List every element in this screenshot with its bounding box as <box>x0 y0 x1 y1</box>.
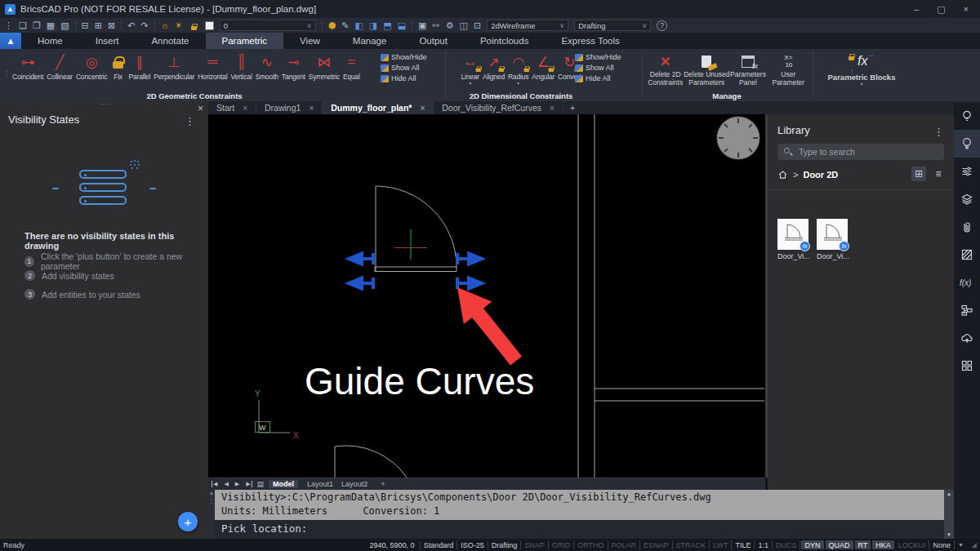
status-toggle-ducs[interactable]: DUCS <box>773 540 801 549</box>
ribbon-tab-parametric[interactable]: Parametric <box>206 33 284 49</box>
layers-icon[interactable] <box>954 185 980 213</box>
document-tab-dummy-floor-plan[interactable]: Dummy_floor_plan*× <box>323 101 434 114</box>
tool-user-parameter[interactable]: X= 10UserParameter <box>768 51 808 87</box>
dropdown-caret-icon[interactable]: ▾ <box>517 81 519 86</box>
status-toggle-quad[interactable]: QUAD <box>826 540 853 549</box>
status-toggle-esnap[interactable]: ESNAP <box>640 540 673 549</box>
erase-icon[interactable]: ✏ <box>432 19 439 32</box>
scroll-down-icon[interactable]: ▼ <box>947 532 951 537</box>
tool-show-hide[interactable]: Show/Hide <box>575 53 637 61</box>
status-toggle-rt[interactable]: RT <box>855 540 871 549</box>
tool-delete-unused-parameters[interactable]: Delete UnusedParameters <box>685 51 728 87</box>
hatches-icon[interactable] <box>954 241 980 269</box>
prev-layout-icon[interactable]: ◀ <box>223 481 229 487</box>
tool-concentric[interactable]: ◎Concentric <box>75 51 109 81</box>
panel-menu-icon[interactable]: ⋮ <box>185 115 195 127</box>
command-close-icon[interactable]: × <box>208 490 215 497</box>
tips-bulb-icon[interactable] <box>954 102 980 130</box>
array-entities-icon[interactable]: ⬓ <box>398 19 406 32</box>
undo-icon[interactable]: ↶ <box>127 19 135 32</box>
status-toggle-drafting[interactable]: Drafting <box>488 540 522 549</box>
redo-icon[interactable]: ↷ <box>140 19 148 32</box>
ribbon-tab-express-tools[interactable]: Express Tools <box>545 33 635 49</box>
color-swatch[interactable] <box>205 21 214 30</box>
ribbon-tab-home[interactable]: Home <box>21 33 79 49</box>
open-file-icon[interactable]: ❐ <box>33 19 41 32</box>
tool-show-hide[interactable]: Show/Hide <box>381 53 443 61</box>
layout-list-icon[interactable]: ▤ <box>257 480 265 488</box>
copy-entities-icon[interactable]: ◨ <box>369 19 377 32</box>
tool-vertical[interactable]: ║Vertical <box>229 51 252 81</box>
tool-horizontal[interactable]: ═Horizontal <box>197 51 228 81</box>
move-entities-icon[interactable]: ⬒ <box>383 19 391 32</box>
library-item-1[interactable]: fxDoor_Vi... <box>777 219 810 260</box>
tool-symmetric[interactable]: ⋈Symmetric <box>308 51 341 81</box>
add-parameter-button[interactable]: + <box>178 512 198 531</box>
tab-layout1[interactable]: Layout1 <box>303 480 337 488</box>
publish-icon[interactable]: ⊠ <box>108 19 115 32</box>
match-properties-icon[interactable]: ✎ <box>341 19 349 32</box>
toolbar-grip-icon[interactable]: ⋮ <box>4 19 13 32</box>
tab-close-icon[interactable]: × <box>309 104 314 113</box>
status-toggle-grid[interactable]: GRID <box>549 540 575 549</box>
settings-gear-icon[interactable]: ⚙ <box>446 19 454 32</box>
tool-smooth[interactable]: ∿Smooth <box>255 51 279 81</box>
status-toggle-hka[interactable]: HKA <box>872 540 894 549</box>
command-scrollbar[interactable]: ▲ ▼ <box>944 490 954 539</box>
status-toggle-1-1[interactable]: 1:1 <box>755 540 773 549</box>
properties-sliders-icon[interactable] <box>954 158 980 185</box>
status-toggle-standard[interactable]: Standard <box>421 540 458 549</box>
library-balloon-icon[interactable] <box>954 130 980 158</box>
status-toggle-iso-25[interactable]: ISO-25 <box>457 540 488 549</box>
tab-close-icon[interactable]: × <box>243 104 247 113</box>
save-icon[interactable]: ▦ <box>47 19 55 32</box>
new-file-icon[interactable]: ❏ <box>19 19 27 32</box>
tool-coincident[interactable]: ⊶Coincident <box>11 51 44 81</box>
status-toggle-polar[interactable]: POLAR <box>608 540 641 549</box>
tool-fix[interactable]: Fix <box>110 51 127 81</box>
preview-icon[interactable]: ⊞ <box>95 19 102 32</box>
search-input[interactable] <box>777 144 944 160</box>
paint-bucket-icon[interactable]: ⬢ <box>328 19 336 32</box>
add-layout-button[interactable]: + <box>376 480 389 488</box>
bricscad-app-button[interactable]: ▲ <box>0 33 21 49</box>
structure-panel-icon[interactable]: ◫ <box>460 19 468 32</box>
ribbon-tab-pointclouds[interactable]: Pointclouds <box>464 33 545 49</box>
tool-equal[interactable]: =Equal <box>342 51 361 81</box>
scroll-up-icon[interactable]: ▲ <box>947 491 951 496</box>
tab-model[interactable]: Model <box>269 480 298 488</box>
ribbon-tab-view[interactable]: View <box>283 33 336 49</box>
status-toggle-dyn[interactable]: DYN <box>801 540 823 549</box>
tool-hide-all[interactable]: Hide All <box>381 74 443 82</box>
tool-linear[interactable]: ↔Linear▾ <box>461 51 480 86</box>
tab-layout2[interactable]: Layout2 <box>337 480 372 488</box>
render-icon[interactable]: ⊡ <box>474 19 481 32</box>
attachments-paperclip-icon[interactable] <box>954 213 980 241</box>
tool-collinear[interactable]: ╱Collinear <box>46 51 74 81</box>
tool-parallel[interactable]: ∥Parallel <box>128 51 152 81</box>
tool-radius[interactable]: ◠Radius▾ <box>507 51 529 86</box>
ribbon-tab-output[interactable]: Output <box>403 33 464 49</box>
status-toggle-strack[interactable]: STRACK <box>673 540 710 549</box>
document-tab-drawing1[interactable]: Drawing1× <box>256 101 323 114</box>
help-icon[interactable]: ? <box>657 20 667 31</box>
workspace-dropdown[interactable]: Drafting∨ <box>574 20 651 31</box>
visual-style-dropdown[interactable]: 2dWireframe∨ <box>487 20 568 31</box>
layer-lock-icon[interactable] <box>191 26 197 30</box>
home-icon[interactable] <box>777 170 788 180</box>
last-layout-icon[interactable]: ▶ <box>245 481 252 487</box>
panel-menu-icon[interactable]: ⋮ <box>933 126 944 138</box>
drawing-canvas[interactable]: Y X W Guide Curves <box>208 114 765 478</box>
ribbon-grip-icon[interactable]: ⋮ <box>2 69 11 79</box>
new-tab-button[interactable]: + <box>564 101 581 114</box>
tool-tangent[interactable]: ⊸Tangent <box>281 51 306 81</box>
tab-close-icon[interactable]: × <box>550 104 555 113</box>
parametric-blocks-button[interactable]: fx ↔↕ Parametric Blocks ▾ <box>817 49 906 87</box>
document-tab-door-visibility-refcurves[interactable]: Door_Visibility_RefCurves× <box>434 101 564 114</box>
entity-snap-icon[interactable]: ◧ <box>354 19 363 32</box>
layer-on-icon[interactable]: ☼ <box>161 19 169 32</box>
tool-perpendicular[interactable]: ⊥Perpendicular <box>153 51 195 81</box>
library-item-2[interactable]: fxDoor_Vi... <box>817 219 849 260</box>
parameters-fx-icon[interactable]: f(x) <box>954 269 980 296</box>
tool-parameters-panel[interactable]: fxParametersPanel <box>728 51 768 87</box>
